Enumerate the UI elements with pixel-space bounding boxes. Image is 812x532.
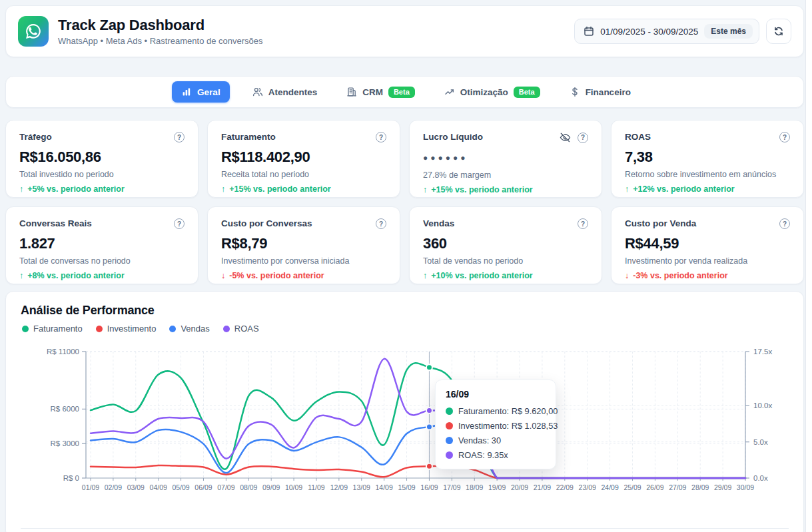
tab-geral[interactable]: Geral — [172, 81, 230, 103]
svg-text:24/09: 24/09 — [601, 483, 618, 491]
help-icon[interactable]: ? — [779, 132, 790, 142]
kpi-subtitle: Investimento por conversa iniciada — [221, 256, 386, 266]
svg-text:13/09: 13/09 — [353, 483, 370, 491]
arrow-up-icon: ↑ — [19, 184, 23, 194]
kpi-subtitle: Receita total no periodo — [221, 170, 386, 179]
tab-atendentes[interactable]: Atendentes — [246, 81, 324, 103]
svg-text:25/09: 25/09 — [623, 483, 641, 491]
tooltip-row-roas: ROAS: 9.35x — [446, 450, 546, 460]
eye-off-icon[interactable] — [560, 132, 571, 143]
help-icon[interactable]: ? — [376, 218, 386, 229]
svg-text:12/09: 12/09 — [330, 483, 348, 491]
header-left: Track Zap Dashboard WhatsApp • Meta Ads … — [18, 16, 263, 47]
tab-label: Otimização — [460, 87, 508, 97]
kpi-subtitle: Investimento por venda realizada — [625, 256, 790, 266]
kpi-card-custo-por-venda: Custo por Venda?R$44,59Investimento por … — [611, 206, 804, 284]
beta-badge: Beta — [388, 87, 415, 98]
performance-chart-card: Análise de Performance FaturamentoInvest… — [5, 291, 804, 532]
kpi-card-custo-por-conversas: Custo por Conversas?R$8,79Investimento p… — [207, 206, 400, 284]
arrow-up-icon: ↑ — [19, 271, 23, 280]
kpi-value: ●●●●●● — [423, 148, 588, 167]
svg-text:19/09: 19/09 — [488, 483, 506, 491]
page-title: Track Zap Dashboard — [58, 17, 263, 34]
kpi-subtitle: Total investido no periodo — [19, 170, 185, 179]
help-icon[interactable]: ? — [174, 218, 185, 229]
kpi-delta-text: +15% vs. periodo anterior — [431, 185, 532, 194]
svg-text:14/09: 14/09 — [376, 483, 393, 491]
date-range-button[interactable]: 01/09/2025 - 30/09/2025 Este mês — [574, 19, 759, 44]
tooltip-dot — [446, 437, 453, 444]
tab-otimiza-o[interactable]: OtimizaçãoBeta — [438, 81, 547, 103]
kpi-title: Custo por Conversas — [221, 218, 312, 228]
svg-text:21/09: 21/09 — [534, 483, 551, 491]
kpi-subtitle: Total de vendas no periodo — [423, 256, 588, 266]
kpi-title: Conversas Reais — [19, 218, 92, 228]
tooltip-rows: Faturamento: R$ 9.620,00Investimento: R$… — [446, 406, 546, 460]
help-icon[interactable]: ? — [376, 132, 386, 142]
building-icon — [346, 87, 357, 97]
kpi-delta: ↑+15% vs. periodo anterior — [221, 184, 386, 194]
kpi-card-faturamento: Faturamento?R$118.402,90Receita total no… — [207, 120, 400, 198]
tooltip-text: Investimento: R$ 1.028,53 — [458, 421, 558, 431]
tab-bar: GeralAtendentesCRMBetaOtimizaçãoBetaFina… — [5, 76, 804, 108]
tab-label: CRM — [362, 87, 383, 97]
kpi-title: Custo por Venda — [625, 218, 696, 228]
kpi-value: 360 — [423, 234, 588, 253]
dollar-icon — [570, 87, 580, 97]
tab-financeiro[interactable]: Financeiro — [563, 81, 637, 103]
kpi-title: Vendas — [423, 218, 454, 228]
arrow-up-icon: ↑ — [423, 271, 427, 280]
svg-text:0.0x: 0.0x — [753, 474, 768, 482]
kpi-card-lucro-l-quido: Lucro Líquido?●●●●●●27.8% de margem↑+15%… — [409, 120, 602, 198]
svg-text:07/09: 07/09 — [217, 483, 234, 491]
tooltip-dot — [446, 451, 453, 459]
arrow-down-icon: ↓ — [625, 271, 629, 280]
kpi-card-tr-fego: Tráfego?R$16.050,86Total investido no pe… — [5, 120, 199, 198]
tab-crm[interactable]: CRMBeta — [340, 81, 422, 103]
tab-label: Geral — [197, 87, 220, 97]
svg-text:R$ 3000: R$ 3000 — [51, 439, 79, 447]
svg-text:R$ 0: R$ 0 — [63, 474, 79, 482]
kpi-delta: ↑+15% vs. periodo anterior — [423, 185, 588, 194]
kpi-value: 1.827 — [19, 234, 185, 253]
chart-canvas[interactable]: R$ 11000R$ 6000R$ 3000R$ 017.5x10.0x5.0x… — [6, 292, 803, 511]
help-icon[interactable]: ? — [578, 133, 588, 143]
svg-text:29/09: 29/09 — [714, 483, 731, 491]
help-icon[interactable]: ? — [174, 132, 185, 142]
kpi-card-vendas: Vendas?360Total de vendas no periodo↑+10… — [409, 206, 602, 284]
help-icon[interactable]: ? — [578, 218, 588, 229]
svg-text:23/09: 23/09 — [579, 483, 596, 491]
kpi-title: ROAS — [625, 132, 651, 142]
kpi-delta: ↑+12% vs. periodo anterior — [625, 184, 790, 194]
svg-text:08/09: 08/09 — [240, 483, 257, 491]
bar-chart-icon — [181, 87, 192, 97]
help-icon[interactable]: ? — [779, 218, 790, 229]
chart-tooltip: 16/09 Faturamento: R$ 9.620,00Investimen… — [435, 380, 556, 469]
kpi-delta: ↓-3% vs. periodo anterior — [625, 271, 790, 280]
kpi-delta: ↓-5% vs. periodo anterior — [221, 271, 386, 280]
kpi-title: Faturamento — [221, 132, 276, 142]
kpi-delta-text: -5% vs. periodo anterior — [229, 271, 324, 280]
kpi-title: Tráfego — [19, 132, 52, 142]
tooltip-text: Faturamento: R$ 9.620,00 — [458, 406, 558, 416]
trend-up-icon — [444, 87, 455, 97]
svg-text:17.5x: 17.5x — [753, 348, 772, 356]
kpi-card-conversas-reais: Conversas Reais?1.827Total de conversas … — [5, 206, 199, 284]
kpi-grid: Tráfego?R$16.050,86Total investido no pe… — [5, 120, 804, 284]
kpi-delta: ↑+8% vs. periodo anterior — [19, 271, 185, 280]
svg-text:22/09: 22/09 — [556, 483, 574, 491]
kpi-subtitle: Total de conversas no periodo — [19, 256, 185, 266]
refresh-button[interactable] — [766, 19, 791, 44]
svg-text:26/09: 26/09 — [646, 483, 663, 491]
people-icon — [252, 87, 263, 97]
tooltip-row-vendas: Vendas: 30 — [446, 435, 546, 445]
svg-text:06/09: 06/09 — [195, 483, 212, 491]
arrow-up-icon: ↑ — [625, 184, 629, 194]
arrow-down-icon: ↓ — [221, 271, 225, 280]
arrow-up-icon: ↑ — [423, 185, 427, 194]
kpi-value: R$118.402,90 — [221, 147, 386, 166]
scrollbar[interactable] — [805, 0, 812, 532]
svg-text:R$ 11000: R$ 11000 — [47, 348, 79, 356]
kpi-value: R$16.050,86 — [19, 147, 185, 166]
kpi-delta: ↑+5% vs. periodo anterior — [19, 184, 185, 194]
